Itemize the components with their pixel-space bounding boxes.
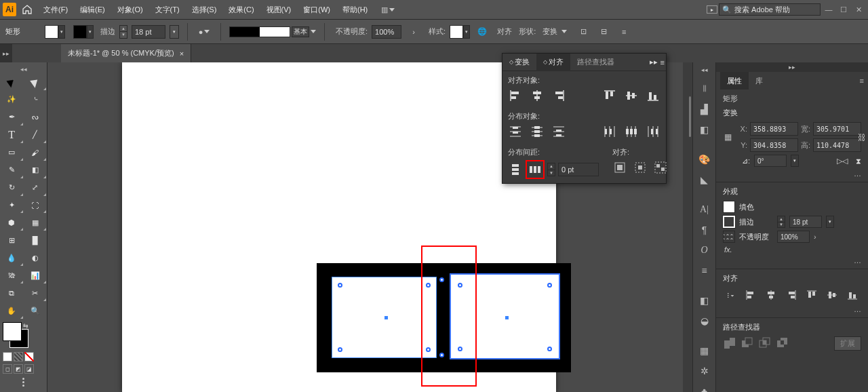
menu-file[interactable]: 文件(F)	[38, 0, 73, 19]
dock-stroke-icon[interactable]: ≡	[697, 265, 712, 276]
curvature-tool[interactable]: ᔓ	[24, 109, 47, 126]
tab-properties[interactable]: 属性	[720, 72, 749, 90]
draw-mode-buttons[interactable]: ◻◩◪	[3, 364, 44, 374]
stroke-spinner-prop[interactable]: ▲▼	[777, 216, 785, 228]
fill-swatch-prop[interactable]	[723, 201, 735, 213]
expand-tools-icon[interactable]: ▸▸	[0, 44, 12, 63]
dock-gradient-icon[interactable]: ◧	[697, 295, 712, 306]
h-field[interactable]: 110.4478	[813, 138, 861, 152]
reference-point-icon[interactable]: ▦	[723, 132, 732, 142]
menu-edit[interactable]: 编辑(E)	[75, 0, 111, 19]
perspective-grid-tool[interactable]: ▦	[24, 214, 47, 231]
dist-left-icon[interactable]	[602, 124, 617, 139]
expand-props-icon[interactable]: ▸▸	[716, 62, 868, 72]
opacity-field[interactable]: 100%	[372, 25, 401, 39]
align-to-key-object-icon[interactable]	[633, 160, 648, 175]
window-close-icon[interactable]: ✕	[852, 3, 865, 16]
stroke-field-prop[interactable]: 18 pt	[789, 216, 822, 228]
gradient-tool[interactable]: █	[24, 231, 47, 249]
obj-align-left-icon[interactable]	[508, 88, 523, 103]
menu-type[interactable]: 文字(T)	[150, 0, 185, 19]
width-tool[interactable]: ✦	[0, 197, 24, 214]
dock-color-icon[interactable]: 🎨	[697, 154, 712, 165]
close-tab-icon[interactable]: ×	[180, 50, 184, 58]
angle-field[interactable]: 0°	[754, 155, 787, 167]
blend-tool[interactable]: ◐	[24, 249, 47, 267]
help-search-input[interactable]: 🔍 搜索 Adobe 帮助	[719, 3, 821, 16]
shaper-tool[interactable]: ✎	[0, 161, 24, 179]
free-transform-tool[interactable]: ⛶	[24, 197, 47, 214]
align-more-icon[interactable]: …	[854, 305, 861, 313]
dock-align-bottom-icon[interactable]: ▟	[697, 104, 712, 115]
transform-more-icon[interactable]: …	[854, 170, 861, 178]
pathfinder-expand-button[interactable]: 扩展	[834, 336, 861, 351]
obj-align-bottom-icon[interactable]	[646, 88, 660, 103]
mesh-tool[interactable]: ⊞	[0, 231, 24, 249]
stroke-dropdown-prop[interactable]: ▾	[826, 216, 834, 228]
obj-align-top-icon[interactable]	[602, 88, 617, 103]
align-right-icon[interactable]	[784, 288, 799, 302]
dock-symbols-icon[interactable]: ♣	[697, 386, 712, 392]
transform-label[interactable]: 变换	[542, 26, 557, 37]
align-bottom-icon[interactable]	[845, 288, 860, 302]
fill-stroke-swatch[interactable]: ⇆	[3, 322, 28, 348]
edit-layers-icon[interactable]: ⊟	[595, 24, 612, 40]
dock-swatches-icon[interactable]: ▦	[697, 345, 712, 356]
dock-paragraph-icon[interactable]: ¶	[697, 224, 712, 235]
symbol-sprayer-tool[interactable]: 🗱	[0, 267, 24, 284]
brush-profile[interactable]: 基本	[229, 26, 316, 37]
vertical-scrollbar[interactable]	[683, 62, 692, 392]
document-tab[interactable]: 未标题-1* @ 50 % (CMYK/预览) ×	[61, 44, 191, 63]
type-tool[interactable]: T	[0, 126, 24, 144]
pen-tool[interactable]: ✒	[0, 109, 24, 126]
pf-intersect-icon[interactable]	[758, 336, 770, 351]
scale-tool[interactable]: ⤢	[24, 179, 47, 197]
dock-character-icon[interactable]: A|	[697, 204, 712, 215]
dock-opentype-icon[interactable]: O	[697, 245, 712, 256]
shape-builder-tool[interactable]: ⬢	[0, 214, 24, 231]
panel-menu-icon[interactable]: ≡	[856, 77, 868, 85]
dist-right-icon[interactable]	[646, 124, 660, 139]
dist-v-spacing-icon[interactable]	[508, 162, 523, 177]
link-wh-icon[interactable]: ⛓	[857, 133, 867, 142]
panel-tab-align[interactable]: ◇对齐	[536, 54, 570, 71]
dock-pathfinder-icon[interactable]: ◧	[697, 124, 712, 135]
align-label[interactable]: 对齐	[497, 26, 512, 37]
align-to-artboard-icon[interactable]	[653, 160, 668, 175]
spacing-field[interactable]: 0 pt	[558, 163, 599, 176]
menu-help[interactable]: 帮助(H)	[337, 0, 373, 19]
panel-tab-pathfinder[interactable]: 路径查找器	[570, 54, 621, 71]
spacing-spinner[interactable]: ▲▼	[547, 163, 555, 176]
ctrlbar-menu-icon[interactable]: ≡	[616, 24, 632, 40]
fill-swatch[interactable]: ▾	[45, 25, 65, 39]
angle-dropdown[interactable]: ▾	[791, 155, 799, 167]
flip-h-icon[interactable]: ▷◁	[837, 157, 848, 165]
panel-menu-icon[interactable]: ≡	[660, 58, 665, 66]
eyedropper-tool[interactable]: 💧	[0, 249, 24, 267]
stroke-weight-dropdown[interactable]: ▾	[170, 25, 179, 39]
selection-tool[interactable]	[0, 73, 24, 91]
y-field[interactable]: 304.8358	[750, 138, 798, 152]
dock-brushes-icon[interactable]: ✲	[697, 366, 712, 376]
zoom-tool[interactable]: 🔍	[24, 302, 47, 319]
stroke-swatch-prop[interactable]	[723, 216, 735, 228]
lasso-tool[interactable]: ⌎	[24, 91, 47, 109]
align-left-icon[interactable]	[743, 288, 758, 302]
graphic-style-swatch[interactable]: ▾	[450, 25, 470, 39]
dist-top-icon[interactable]	[508, 124, 523, 139]
x-field[interactable]: 358.8893	[750, 122, 798, 136]
stroke-weight-field[interactable]: 18 pt	[132, 25, 165, 39]
dock-transparency-icon[interactable]: ◒	[697, 315, 712, 326]
obj-align-hcenter-icon[interactable]	[530, 88, 545, 103]
align-to-icon[interactable]: ⫶▾	[723, 288, 738, 302]
collapse-tools-icon[interactable]: ◂◂	[0, 65, 47, 73]
expand-dock-icon[interactable]: ◂◂	[701, 66, 708, 73]
panel-collapse-icon[interactable]: ▸▸	[650, 58, 658, 66]
pf-unite-icon[interactable]	[723, 336, 735, 351]
dock-guide-icon[interactable]: ◣	[697, 174, 712, 185]
artboard-tool[interactable]: ⧉	[0, 284, 24, 302]
align-hcenter-icon[interactable]	[764, 288, 778, 302]
recolor-icon[interactable]: 🌐	[474, 24, 490, 40]
magic-wand-tool[interactable]: ✨	[0, 91, 24, 109]
stroke-weight-spinner[interactable]: ▲▼	[119, 25, 127, 39]
